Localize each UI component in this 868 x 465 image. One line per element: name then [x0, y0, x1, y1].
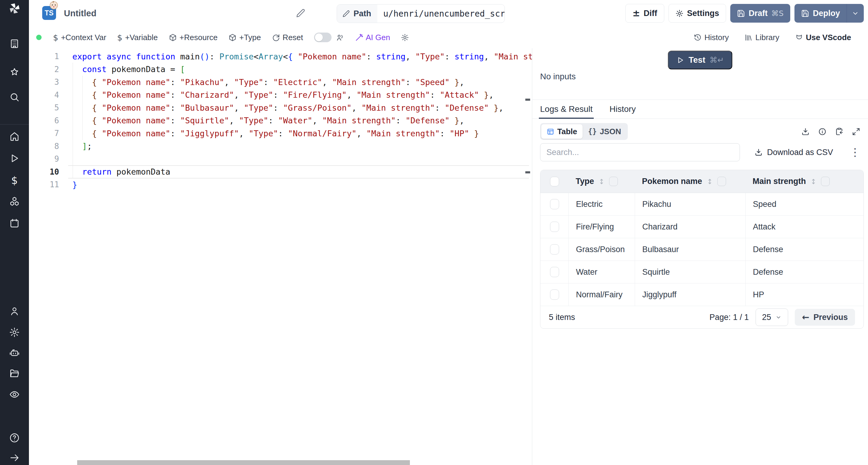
history-button[interactable]: History	[693, 33, 729, 42]
use-vscode-label: Use VScode	[806, 33, 851, 42]
previous-page-button[interactable]: ← Previous	[795, 309, 855, 326]
add-variable-button[interactable]: $ +Variable	[117, 33, 158, 42]
column-header-type[interactable]: Type	[568, 177, 635, 186]
add-type-button[interactable]: +Type	[228, 33, 261, 42]
cell-pokemon-name: Charizard	[635, 215, 745, 238]
robot-icon[interactable]	[8, 346, 21, 359]
code-editor[interactable]: 1export async function main(): Promise<A…	[29, 48, 532, 465]
row-checkbox[interactable]	[550, 290, 559, 300]
settings-button[interactable]: Settings	[669, 4, 726, 23]
line-number: 5	[29, 103, 59, 112]
row-checkbox[interactable]	[550, 244, 559, 255]
download-csv-button[interactable]: Download as CSV	[754, 148, 833, 157]
tab-history[interactable]: History	[610, 100, 636, 118]
editor-toolbar: $ +Context Var $ +Variable +Resource +Ty…	[29, 27, 868, 49]
table-body: ElectricPikachuSpeedFire/FlyingCharizard…	[540, 193, 864, 306]
page-label: Page: 1 / 1	[710, 313, 749, 322]
kebab-menu[interactable]: ⋮	[849, 147, 861, 158]
chevron-down-icon[interactable]	[852, 10, 859, 17]
library-button[interactable]: Library	[744, 33, 779, 42]
row-checkbox[interactable]	[550, 199, 559, 209]
play-icon[interactable]	[8, 152, 21, 165]
clipboard-copy-icon[interactable]	[835, 127, 844, 136]
folder-icon[interactable]	[8, 367, 21, 380]
code-text: { "Pokemon name": "Charizard", "Type": "…	[72, 90, 494, 99]
path-field[interactable]: Path u/henri/unencumbered_script	[337, 4, 505, 23]
home-icon[interactable]	[8, 130, 21, 143]
ai-gen-button[interactable]: AI Gen	[355, 33, 390, 42]
code-line[interactable]: 1export async function main(): Promise<A…	[29, 50, 532, 63]
test-shortcut: ⌘↵	[710, 56, 724, 64]
search-input[interactable]	[540, 143, 740, 161]
expand-icon[interactable]	[852, 127, 861, 136]
boxes-icon[interactable]	[8, 195, 21, 208]
previous-label: Previous	[813, 313, 848, 322]
code-line[interactable]: 5 { "Pokemon name": "Bulbasaur", "Type":…	[29, 101, 532, 114]
add-resource-button[interactable]: +Resource	[169, 33, 218, 42]
edit-title-pencil-icon[interactable]	[296, 8, 305, 18]
select-all-checkbox[interactable]	[550, 177, 559, 186]
play-icon	[676, 56, 684, 64]
table-row: ElectricPikachuSpeed	[540, 193, 864, 215]
line-number: 4	[29, 90, 59, 99]
draft-label: Draft	[749, 9, 768, 18]
view-mode-table[interactable]: Table	[541, 124, 583, 139]
row-checkbox-cell	[540, 261, 568, 283]
star-icon[interactable]	[8, 66, 21, 79]
row-checkbox[interactable]	[550, 222, 559, 232]
use-vscode-button[interactable]: Use VScode	[795, 33, 851, 42]
search-icon[interactable]	[8, 90, 21, 104]
multiplayer-toggle[interactable]	[314, 33, 332, 42]
code-line[interactable]: 9	[29, 153, 532, 166]
sort-icon[interactable]	[706, 178, 713, 185]
reset-button[interactable]: Reset	[272, 33, 303, 42]
header-checkbox-cell	[540, 177, 568, 186]
library-icon	[744, 33, 752, 41]
view-mode-json[interactable]: {} JSON	[583, 124, 627, 139]
info-icon[interactable]	[818, 127, 827, 136]
code-line[interactable]: 11}	[29, 178, 532, 191]
add-context-var-button[interactable]: $ +Context Var	[53, 33, 106, 42]
download-icon[interactable]	[801, 127, 810, 136]
collapse-arrow-icon[interactable]	[8, 451, 21, 464]
windmill-logo[interactable]	[8, 2, 21, 15]
test-button[interactable]: Test ⌘↵	[668, 51, 733, 69]
code-line[interactable]: 7 { "Pokemon name": "Jigglypuff", "Type"…	[29, 127, 532, 140]
code-line[interactable]: 10 return pokemonData	[29, 166, 532, 178]
draft-button[interactable]: Draft ⌘S	[730, 4, 790, 23]
tab-logs-result[interactable]: Logs & Result	[540, 100, 592, 118]
code-line[interactable]: 3 { "Pokemon name": "Pikachu", "Type": "…	[29, 76, 532, 89]
help-icon[interactable]	[8, 431, 21, 444]
eye-icon[interactable]	[8, 388, 21, 401]
sort-icon[interactable]	[598, 178, 605, 185]
code-line[interactable]: 2 const pokemonData = [	[29, 63, 532, 76]
diff-label: Diff	[644, 9, 657, 18]
building-icon[interactable]	[8, 37, 21, 50]
table-row: Fire/FlyingCharizardAttack	[540, 215, 864, 238]
code-line[interactable]: 4 { "Pokemon name": "Charizard", "Type":…	[29, 89, 532, 101]
column-toggle[interactable]	[717, 177, 726, 186]
code-line[interactable]: 8 ];	[29, 140, 532, 153]
path-label-section: Path	[337, 4, 377, 23]
dollar-icon[interactable]: $	[8, 174, 21, 187]
path-value[interactable]: u/henri/unencumbered_script	[377, 4, 505, 23]
column-toggle[interactable]	[821, 177, 830, 186]
horizontal-scrollbar[interactable]	[77, 460, 410, 465]
row-checkbox[interactable]	[550, 267, 559, 277]
page-size-select[interactable]: 25	[755, 309, 788, 326]
sort-icon[interactable]	[810, 178, 817, 185]
gear-icon	[675, 9, 684, 18]
status-dot	[36, 35, 41, 40]
chevron-down-icon	[775, 314, 781, 320]
code-line[interactable]: 6 { "Pokemon name": "Squirtle", "Type": …	[29, 114, 532, 127]
diff-button[interactable]: ± Diff	[625, 4, 664, 23]
column-header-pokemon-name[interactable]: Pokemon name	[635, 177, 745, 186]
deploy-button[interactable]: Deploy	[795, 4, 864, 23]
user-icon[interactable]	[8, 304, 21, 318]
column-header-main-strength[interactable]: Main strength	[745, 177, 864, 186]
line-number: 8	[29, 142, 59, 151]
gear-icon[interactable]	[8, 326, 21, 339]
calendar-icon[interactable]	[8, 216, 21, 230]
column-toggle[interactable]	[609, 177, 618, 186]
editor-settings-button[interactable]	[401, 33, 409, 41]
